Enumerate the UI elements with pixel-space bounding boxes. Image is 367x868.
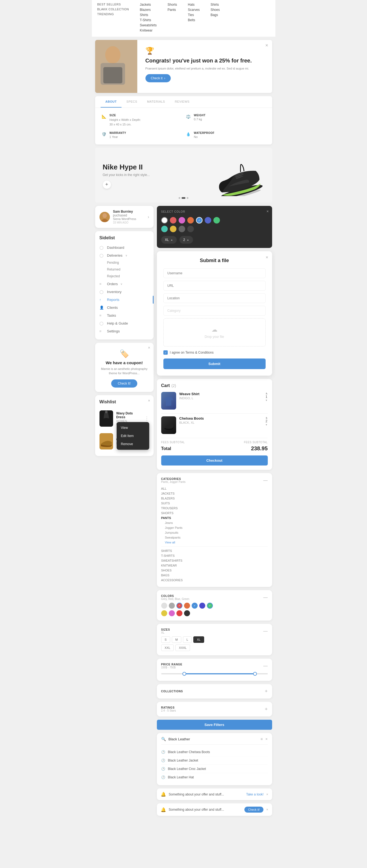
price-slider-container[interactable] xyxy=(161,673,268,674)
nav-shirts[interactable]: Shirts xyxy=(140,13,157,17)
context-view[interactable]: View xyxy=(117,424,149,432)
color-filter-gray[interactable] xyxy=(169,603,175,609)
swatch-white[interactable] xyxy=(161,217,168,223)
cat-sub-viewall[interactable]: View all xyxy=(161,540,268,545)
sidelist-item-settings[interactable]: ≡ Settings xyxy=(100,327,149,335)
checkout-btn[interactable]: Checkout xyxy=(161,456,268,465)
context-edit[interactable]: Edit Item xyxy=(117,432,149,440)
url-input[interactable] xyxy=(163,281,265,290)
wishlist-close-btn[interactable]: × xyxy=(148,398,150,403)
size-xxl[interactable]: XXL xyxy=(161,645,174,651)
submit-modal-close-btn[interactable]: × xyxy=(265,255,268,260)
swatch-yellow[interactable] xyxy=(170,226,176,232)
promo-close-btn[interactable]: × xyxy=(265,43,268,48)
submit-btn[interactable]: Submit xyxy=(163,359,265,369)
search-filter-btn[interactable]: ≡ xyxy=(260,737,263,741)
cat-knitwear[interactable]: Knitwear xyxy=(161,563,268,568)
tab-about[interactable]: About xyxy=(101,96,122,107)
sub-returned[interactable]: Returned xyxy=(107,266,149,273)
sidelist-item-clients[interactable]: 👤 Clients xyxy=(100,304,149,311)
price-slider-thumb-left[interactable] xyxy=(182,672,186,676)
collections-header[interactable]: Collections + xyxy=(161,688,268,694)
size-control[interactable]: XL ▲ xyxy=(161,236,177,244)
sidelist-item-help[interactable]: ◯ Help & Guide xyxy=(100,319,149,327)
cat-shirts[interactable]: Shirts xyxy=(161,548,268,553)
price-slider-thumb-right[interactable] xyxy=(253,672,257,676)
colors-toggle[interactable]: — xyxy=(263,595,268,600)
cat-sub-jogger[interactable]: Jogger Pants xyxy=(161,525,268,530)
color-filter-yellow[interactable] xyxy=(161,610,167,616)
cat-sweatshirts[interactable]: Sweatshirts xyxy=(161,558,268,563)
sidelist-item-dashboard[interactable]: ◯ Dashboard xyxy=(100,244,149,251)
sidelist-item-orders[interactable]: ≡ Orders ∨ xyxy=(100,280,149,288)
dot-1[interactable] xyxy=(178,197,180,199)
swatch-blue[interactable]: ✓ xyxy=(196,217,202,223)
sidelist-item-inventory[interactable]: ◯ Inventory xyxy=(100,288,149,296)
sidelist-item-tasks[interactable]: ≡ Tasks xyxy=(100,311,149,319)
coupon-close-btn[interactable]: × xyxy=(148,345,150,350)
swatch-dark[interactable] xyxy=(187,226,194,232)
swatch-orange[interactable] xyxy=(187,217,194,223)
search-result-2[interactable]: 🕐 Black Leather Jacket xyxy=(161,756,268,765)
tab-specs[interactable]: Specs xyxy=(121,96,142,107)
nav-sweatshirts[interactable]: Sweatshirts xyxy=(140,23,157,27)
dot-2[interactable] xyxy=(181,197,186,199)
color-filter-pink[interactable] xyxy=(169,610,175,616)
search-close-btn[interactable]: × xyxy=(265,737,267,741)
size-l[interactable]: L xyxy=(183,636,192,643)
cat-sub-jeans[interactable]: Jeans xyxy=(161,520,268,525)
cat-suits[interactable]: Suits xyxy=(161,501,268,506)
size-m[interactable]: M xyxy=(172,636,181,643)
color-filter-red[interactable]: ✓ xyxy=(176,603,182,609)
size-xl[interactable]: XL xyxy=(193,636,204,643)
nav-shoes[interactable]: Shoes xyxy=(210,8,220,12)
notif-close-2-btn[interactable]: × xyxy=(266,808,268,811)
cat-blazers[interactable]: Blazers xyxy=(161,496,268,501)
nav-shorts[interactable]: Shorts xyxy=(167,3,177,6)
nav-scarves[interactable]: Scarves xyxy=(188,8,200,12)
nike-add-btn[interactable]: + xyxy=(103,181,111,189)
search-result-1[interactable]: 🕐 Black Leather Chelsea Boots xyxy=(161,748,268,756)
nav-pants[interactable]: Pants xyxy=(167,8,177,12)
category-select[interactable]: Category xyxy=(163,306,265,316)
nav-bags[interactable]: Bags xyxy=(210,13,220,17)
tab-materials[interactable]: Materials xyxy=(142,96,170,107)
color-filter-orange[interactable] xyxy=(184,603,190,609)
cat-sub-jumpsuits[interactable]: Jumpsuits xyxy=(161,530,268,535)
size-xxxl[interactable]: XXXL xyxy=(175,645,190,651)
price-toggle[interactable]: — xyxy=(263,663,268,669)
nav-blakk[interactable]: BLAKK Collection xyxy=(97,8,129,11)
cat-shorts[interactable]: Shorts xyxy=(161,510,268,516)
file-drop-zone[interactable]: ☁ Drop your file xyxy=(163,318,265,346)
swatch-teal[interactable] xyxy=(161,226,168,232)
notif-action-btn[interactable]: Check it! xyxy=(245,807,264,813)
nav-hats[interactable]: Hats xyxy=(188,3,200,6)
cat-jackets[interactable]: Jackets xyxy=(161,491,268,496)
sidelist-item-reports[interactable]: ↑ Reports xyxy=(100,296,149,304)
qty-down-btn-boots[interactable]: ▼ xyxy=(265,424,268,426)
notif-close-1-btn[interactable]: × xyxy=(266,793,268,796)
color-filter-black[interactable] xyxy=(184,610,190,616)
notif-link-1[interactable]: Take a look! xyxy=(246,793,263,796)
terms-checkbox[interactable]: ✓ xyxy=(163,350,168,355)
nav-tshirts[interactable]: T-Shirts xyxy=(140,18,157,22)
ratings-expand-btn[interactable]: + xyxy=(265,706,268,712)
cat-bags[interactable]: Bags xyxy=(161,573,268,578)
swatch-purple[interactable] xyxy=(178,217,185,223)
search-result-4[interactable]: 🕐 Black Leather Hat xyxy=(161,773,268,781)
cat-accessories[interactable]: Accessories xyxy=(161,578,268,583)
promo-check-btn[interactable]: Check it › xyxy=(145,74,171,82)
context-remove[interactable]: Remove xyxy=(117,440,149,448)
color-filter-darkred[interactable] xyxy=(176,610,182,616)
tab-reviews[interactable]: Reviews xyxy=(170,96,194,107)
color-filter-indigo[interactable] xyxy=(199,603,205,609)
username-input[interactable] xyxy=(163,268,265,278)
color-filter-lightgray[interactable] xyxy=(161,603,167,609)
swatch-red[interactable] xyxy=(170,217,176,223)
cat-sub-sweatpants[interactable]: Sweatpants xyxy=(161,535,268,540)
cart-remove-shirt-btn[interactable]: × xyxy=(265,392,268,396)
categories-toggle[interactable]: — xyxy=(263,478,268,483)
swatch-indigo[interactable] xyxy=(205,217,211,223)
nav-trending[interactable]: Trending xyxy=(97,12,129,16)
color-filter-blue[interactable]: ✓ xyxy=(192,603,198,609)
